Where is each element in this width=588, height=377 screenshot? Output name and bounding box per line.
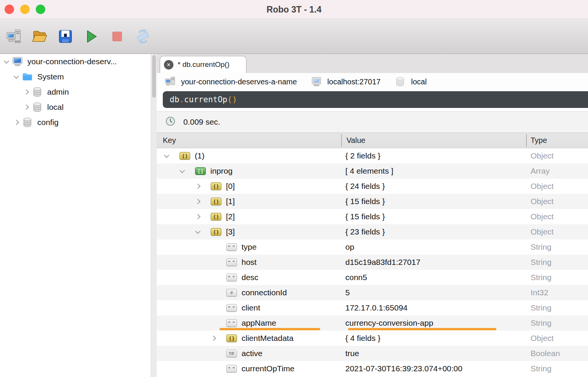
column-header-key[interactable]: Key	[157, 136, 341, 145]
sidebar-item-system[interactable]: System	[0, 69, 157, 84]
table-row[interactable]: " "client172.17.0.1:65094String	[157, 300, 588, 315]
table-row[interactable]: { }clientMetadata{ 4 fields }Object	[157, 331, 588, 346]
breadcrumb-database[interactable]: local	[394, 76, 427, 87]
result-tree-table: { }(1){ 2 fields }Object[ ]inprog[ 4 ele…	[157, 148, 588, 377]
key-cell: " "client	[157, 300, 342, 315]
server-icon	[311, 76, 322, 87]
key-label: currentOpTime	[242, 364, 294, 373]
execute-button[interactable]	[83, 28, 100, 45]
sidebar-item-local[interactable]: local	[0, 100, 157, 115]
chevron-right-icon[interactable]	[195, 214, 200, 219]
table-row[interactable]: " "hostd15c19a83fd1:27017String	[157, 255, 588, 270]
breadcrumb-connection[interactable]: your-connection-deserves-a-name	[164, 76, 297, 87]
value-cell: { 15 fields }	[342, 209, 526, 224]
table-row[interactable]: T/FactivetrueBoolean	[157, 346, 588, 361]
breadcrumb-server[interactable]: localhost:27017	[311, 76, 381, 87]
key-label: appName	[242, 318, 276, 328]
string-type-badge: " "	[226, 258, 237, 266]
open-folder-icon	[31, 28, 48, 45]
sidebar-item-your-connection-deserv[interactable]: your-connection-deserv...	[0, 54, 157, 69]
table-row[interactable]: " "appNamecurrency-conversion-appString	[157, 315, 588, 331]
window-title: Robo 3T - 1.4	[0, 0, 588, 19]
tab-db-currentop[interactable]: ✕ * db.currentOp()	[160, 56, 246, 73]
key-cell: #connectionId	[157, 285, 342, 300]
sidebar-item-label: admin	[47, 87, 69, 97]
table-row[interactable]: { }[0]{ 24 fields }Object	[157, 179, 588, 194]
type-cell: String	[526, 361, 588, 376]
table-row[interactable]: " "descconn5String	[157, 270, 588, 285]
chevron-right-icon[interactable]	[211, 336, 216, 341]
key-cell: [ ]inprog	[157, 163, 342, 179]
type-cell: String	[526, 270, 588, 285]
string-type-badge: " "	[226, 304, 237, 312]
chevron-down-icon[interactable]	[4, 59, 9, 64]
open-file-button[interactable]	[31, 28, 48, 45]
chevron-right-icon[interactable]	[195, 184, 200, 189]
boolean-type-badge: T/F	[226, 350, 237, 357]
tab-close-icon[interactable]: ✕	[164, 60, 173, 70]
connect-button[interactable]	[5, 28, 22, 45]
value-cell: [ 4 elements ]	[342, 163, 526, 179]
floppy-disk-icon	[57, 29, 73, 44]
column-header-type[interactable]: Type	[526, 136, 547, 145]
table-row[interactable]: { }(1){ 2 fields }Object	[157, 148, 588, 163]
app-window: Robo 3T - 1.4	[0, 0, 588, 377]
database-icon	[21, 116, 33, 128]
column-divider[interactable]	[341, 134, 342, 147]
sidebar-scrollbar[interactable]	[151, 54, 157, 377]
chevron-right-icon[interactable]	[14, 120, 19, 125]
table-row[interactable]: { }[2]{ 15 fields }Object	[157, 209, 588, 224]
query-dot: .	[179, 95, 184, 104]
table-row[interactable]: " "typeopString	[157, 239, 588, 255]
query-object: db	[170, 95, 179, 104]
table-row[interactable]: { }[3]{ 23 fields }Object	[157, 224, 588, 239]
key-cell: { }(1)	[157, 148, 342, 163]
key-cell: { }[2]	[157, 209, 342, 224]
chevron-down-icon[interactable]	[14, 74, 19, 79]
string-type-badge: " "	[226, 243, 237, 251]
key-cell: { }[1]	[157, 194, 342, 209]
save-button[interactable]	[57, 28, 74, 45]
table-row[interactable]: [ ]inprog[ 4 elements ]Array	[157, 163, 588, 179]
rotate-orientation-button[interactable]	[135, 28, 151, 45]
chevron-right-icon[interactable]	[24, 89, 29, 95]
type-cell: Object	[526, 148, 588, 163]
table-row[interactable]: " "currentOpTime2021-07-30T16:39:23.074+…	[157, 361, 588, 376]
key-cell: T/Factive	[157, 346, 342, 361]
sidebar-item-config[interactable]: config	[0, 115, 157, 130]
object-type-badge: { }	[211, 198, 221, 205]
key-cell: " "currentOpTime	[157, 361, 342, 376]
key-label: [2]	[226, 212, 235, 221]
key-label: [1]	[226, 197, 235, 206]
breadcrumb-database-label: local	[411, 78, 427, 86]
key-cell: " "host	[157, 255, 342, 270]
string-type-badge: " "	[226, 319, 237, 327]
breadcrumb-server-label: localhost:27017	[327, 78, 381, 86]
chevron-right-icon[interactable]	[24, 105, 29, 110]
column-header-value[interactable]: Value	[341, 136, 526, 145]
object-type-badge: { }	[211, 182, 221, 190]
chevron-down-icon[interactable]	[180, 168, 185, 173]
table-row[interactable]: { }[1]{ 15 fields }Object	[157, 194, 588, 209]
column-divider[interactable]	[526, 134, 527, 147]
stop-button[interactable]	[109, 28, 126, 45]
chevron-down-icon[interactable]	[195, 229, 200, 234]
key-label: [0]	[226, 182, 235, 191]
database-icon	[394, 76, 406, 87]
annotation-underline-key	[219, 328, 320, 330]
value-cell: d15c19a83fd1:27017	[342, 255, 526, 270]
tab-bar: ✕ * db.currentOp()	[157, 54, 588, 73]
sidebar-scrollbar-thumb[interactable]	[152, 55, 156, 98]
object-type-badge: { }	[180, 152, 190, 160]
chevron-down-icon[interactable]	[164, 153, 169, 158]
sidebar-item-admin[interactable]: admin	[0, 84, 157, 100]
type-cell: String	[526, 300, 588, 315]
key-label: (1)	[195, 151, 205, 160]
value-cell: 172.17.0.1:65094	[342, 300, 526, 315]
query-editor[interactable]: db.currentOp()	[163, 91, 588, 108]
table-row[interactable]: #connectionId5Int32	[157, 285, 588, 300]
title-bar: Robo 3T - 1.4	[0, 0, 588, 19]
chevron-right-icon[interactable]	[195, 199, 200, 204]
type-cell: String	[526, 239, 588, 255]
type-cell: Object	[526, 179, 588, 194]
